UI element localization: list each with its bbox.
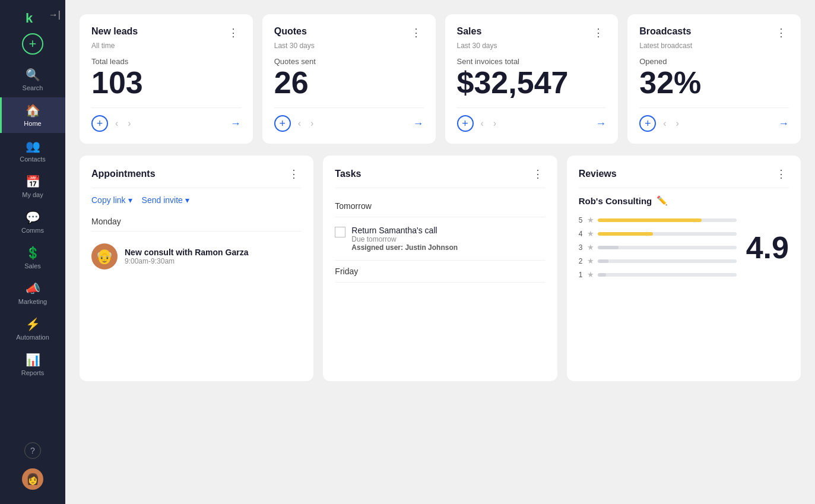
stat-prev-button[interactable]: ‹ xyxy=(478,117,486,130)
task-section-friday: Friday xyxy=(335,261,545,283)
appointment-avatar: 👴 xyxy=(91,243,118,270)
task-due: Due tomorrow xyxy=(351,235,458,243)
copy-link-label: Copy link xyxy=(91,195,126,205)
stat-card-actions: + ‹ › → xyxy=(639,107,789,132)
stat-card-subtitle: Latest broadcast xyxy=(639,42,789,50)
automation-icon: ⚡ xyxy=(26,317,40,331)
stat-card-header: New leads ⋮ xyxy=(91,26,241,39)
stat-goto-button[interactable]: → xyxy=(230,118,241,130)
reviews-edit-button[interactable]: ✏️ xyxy=(657,195,668,206)
sidebar-item-label: Comms xyxy=(21,227,44,234)
review-bar-fill-3 xyxy=(598,246,619,249)
star-icon-3: ★ xyxy=(587,243,594,252)
review-bar-track-3 xyxy=(598,246,737,249)
reviews-panel: Reviews ⋮ Rob's Consulting ✏️ 5 ★ xyxy=(567,156,801,381)
more-options-button[interactable]: ⋮ xyxy=(773,26,789,39)
reviews-panel-header: Reviews ⋮ xyxy=(579,167,789,188)
more-options-button[interactable]: ⋮ xyxy=(226,26,241,39)
stat-card-label: Total leads xyxy=(91,57,241,66)
stat-next-button[interactable]: › xyxy=(308,117,316,130)
review-bar-fill-2 xyxy=(598,259,609,263)
stat-card-broadcasts: Broadcasts ⋮ Latest broadcast Opened 32%… xyxy=(627,14,801,144)
stat-card-subtitle: Last 30 days xyxy=(274,42,424,50)
stat-add-button[interactable]: + xyxy=(91,115,108,132)
stat-card-value: 32% xyxy=(639,67,789,98)
review-bar-row-4: 4 ★ xyxy=(579,229,737,238)
copy-link-chevron-icon: ▾ xyxy=(128,195,132,205)
reports-icon: 📊 xyxy=(26,353,40,367)
stat-card-label: Opened xyxy=(639,57,789,66)
review-bar-track-5 xyxy=(598,218,737,222)
sidebar-item-automation[interactable]: ⚡ Automation xyxy=(0,311,65,347)
review-bar-row-3: 3 ★ xyxy=(579,243,737,252)
appointments-more-button[interactable]: ⋮ xyxy=(286,167,302,180)
tasks-panel: Tasks ⋮ Tomorrow Return Samantha's call … xyxy=(323,156,557,381)
sidebar-item-reports[interactable]: 📊 Reports xyxy=(0,347,65,382)
copy-link-button[interactable]: Copy link ▾ xyxy=(91,195,132,205)
stat-card-value: 26 xyxy=(274,67,424,98)
send-invite-label: Send invite xyxy=(142,195,183,205)
bottom-row: Appointments ⋮ Copy link ▾ Send invite ▾… xyxy=(80,156,801,381)
sidebar-collapse-button[interactable]: →| xyxy=(49,9,61,20)
star-icon-5: ★ xyxy=(587,215,594,224)
contacts-icon: 👥 xyxy=(26,139,40,153)
sidebar-item-label: Contacts xyxy=(20,156,45,163)
appointments-title: Appointments xyxy=(91,169,156,179)
sidebar-bottom: ? 👩 xyxy=(22,442,43,497)
stat-next-button[interactable]: › xyxy=(125,117,133,130)
task-assigned: Assigned user: Justin Johnson xyxy=(351,243,458,252)
stat-card-value: 103 xyxy=(91,67,241,98)
sidebar-item-sales[interactable]: 💲 Sales xyxy=(0,240,65,275)
user-avatar[interactable]: 👩 xyxy=(22,468,43,490)
stat-prev-button[interactable]: ‹ xyxy=(113,117,120,130)
send-invite-button[interactable]: Send invite ▾ xyxy=(142,195,189,205)
review-bar-row-1: 1 ★ xyxy=(579,270,737,279)
stat-add-button[interactable]: + xyxy=(639,115,656,132)
sidebar-item-contacts[interactable]: 👥 Contacts xyxy=(0,133,65,169)
appointments-actions: Copy link ▾ Send invite ▾ xyxy=(91,195,302,205)
stat-card-actions: + ‹ › → xyxy=(457,107,607,132)
stat-card-header: Broadcasts ⋮ xyxy=(639,26,789,39)
sidebar-item-home[interactable]: 🏠 Home xyxy=(0,97,65,133)
sidebar-item-myday[interactable]: 📅 My day xyxy=(0,169,65,204)
stat-add-button[interactable]: + xyxy=(457,115,474,132)
stat-goto-button[interactable]: → xyxy=(595,118,606,130)
stat-card-quotes: Quotes ⋮ Last 30 days Quotes sent 26 + ‹… xyxy=(262,14,436,144)
reviews-grid: 5 ★ 4 ★ xyxy=(579,215,789,279)
sales-icon: 💲 xyxy=(26,246,40,260)
stat-card-label: Sent invoices total xyxy=(457,57,607,66)
sidebar-item-label: My day xyxy=(22,191,43,198)
star-icon-1: ★ xyxy=(587,270,594,279)
sidebar-item-comms[interactable]: 💬 Comms xyxy=(0,204,65,240)
stat-card-new-leads: New leads ⋮ All time Total leads 103 + ‹… xyxy=(80,14,253,144)
reviews-title: Reviews xyxy=(579,169,617,179)
star-icon-2: ★ xyxy=(587,256,594,265)
main-content: New leads ⋮ All time Total leads 103 + ‹… xyxy=(65,0,815,504)
stat-prev-button[interactable]: ‹ xyxy=(296,117,303,130)
stat-next-button[interactable]: › xyxy=(674,117,681,130)
sidebar-nav: 🔍 Search 🏠 Home 👥 Contacts 📅 My day 💬 Co… xyxy=(0,62,65,442)
add-button[interactable]: + xyxy=(22,33,43,55)
task-checkbox[interactable] xyxy=(335,227,345,237)
stat-goto-button[interactable]: → xyxy=(778,118,789,130)
reviews-name-row: Rob's Consulting ✏️ xyxy=(579,195,789,206)
more-options-button[interactable]: ⋮ xyxy=(408,26,424,39)
stat-add-button[interactable]: + xyxy=(274,115,291,132)
stat-prev-button[interactable]: ‹ xyxy=(661,117,668,130)
active-indicator xyxy=(0,97,2,133)
reviews-more-button[interactable]: ⋮ xyxy=(773,167,789,180)
review-bar-row-5: 5 ★ xyxy=(579,215,737,224)
stat-card-sales: Sales ⋮ Last 30 days Sent invoices total… xyxy=(445,14,619,144)
tasks-more-button[interactable]: ⋮ xyxy=(530,167,546,180)
sidebar-item-marketing[interactable]: 📣 Marketing xyxy=(0,275,65,311)
more-options-button[interactable]: ⋮ xyxy=(591,26,606,39)
stat-next-button[interactable]: › xyxy=(491,117,499,130)
stat-goto-button[interactable]: → xyxy=(413,118,424,130)
stat-card-value: $32,547 xyxy=(457,67,607,98)
help-button[interactable]: ? xyxy=(24,442,41,459)
appointment-item[interactable]: 👴 New consult with Ramon Garza 9:00am-9:… xyxy=(91,239,302,274)
sidebar-item-label: Search xyxy=(23,84,43,91)
tasks-panel-header: Tasks ⋮ xyxy=(335,167,545,188)
tasks-title: Tasks xyxy=(335,169,361,179)
sidebar-item-search[interactable]: 🔍 Search xyxy=(0,62,65,97)
